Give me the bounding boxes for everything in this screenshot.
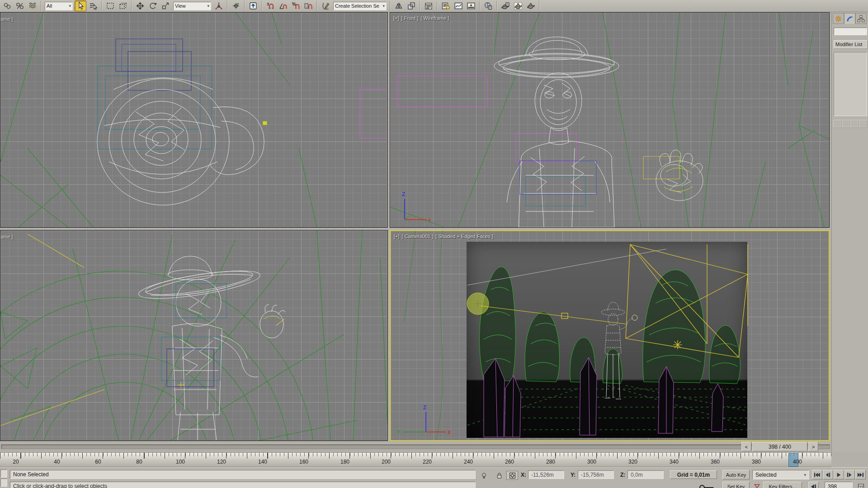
camera-axis-tripod: Z Y X [397, 404, 451, 435]
viewport-menu-plus[interactable]: [+] [394, 234, 400, 239]
reference-coordinate-system-dropdown[interactable]: View▾ [173, 2, 211, 10]
window-crossing-button[interactable] [117, 0, 129, 11]
percent-snap-toggle-button[interactable]: % [290, 0, 302, 11]
layers-icon [424, 1, 433, 10]
spinner-snap-toggle-button[interactable] [302, 0, 314, 11]
axis-y-label: Y [397, 429, 401, 435]
chevron-down-icon: ▾ [380, 4, 385, 8]
material-editor-button[interactable] [482, 0, 494, 11]
go-to-start-button[interactable] [812, 470, 822, 479]
object-name-field[interactable] [834, 28, 867, 35]
previous-frame-button[interactable] [823, 470, 833, 479]
isolate-selection-icon[interactable] [478, 471, 489, 480]
pivot-icon [214, 1, 223, 10]
move-icon [136, 1, 145, 10]
track-bar[interactable]: 2040608010012014016018020022024026028030… [0, 452, 831, 467]
set-key-filters-icon[interactable] [751, 482, 762, 488]
select-and-link-button[interactable] [1, 0, 13, 11]
time-slider-track[interactable] [1, 444, 830, 449]
front-axis-tripod: Z x [402, 191, 431, 222]
auto-key-button[interactable]: Auto Key [722, 470, 750, 479]
toolbar-separator [316, 1, 317, 11]
time-configuration-icon[interactable] [855, 482, 866, 488]
key-filters-button[interactable]: Key Filters... [763, 482, 802, 488]
play-animation-button[interactable] [834, 470, 844, 479]
set-keys-key-icon[interactable] [696, 481, 718, 488]
toggle-scene-explorer-button[interactable] [440, 0, 452, 11]
viewport-front[interactable]: [+][ Front ][ Wireframe ] [390, 12, 830, 228]
previous-key-button[interactable] [808, 482, 819, 488]
selection-filter-dropdown[interactable]: All▾ [45, 2, 73, 10]
current-frame-readout[interactable]: 398 / 400 [752, 442, 807, 451]
mirror-button[interactable] [393, 0, 405, 11]
use-pivot-point-center-button[interactable] [213, 0, 225, 11]
select-and-move-button[interactable] [134, 0, 146, 11]
render-production-button[interactable] [525, 0, 537, 11]
time-slider-handle[interactable]: < 398 / 400 > [741, 442, 818, 451]
next-frame-button[interactable] [844, 470, 855, 479]
select-by-name-button[interactable] [87, 0, 99, 11]
toolbar-separator [261, 1, 262, 11]
selection-lock-icon[interactable] [494, 471, 505, 480]
viewport-menu-name[interactable]: [ Camera001 ] [402, 234, 434, 239]
select-and-rotate-button[interactable] [147, 0, 159, 11]
select-and-manipulate-button[interactable] [230, 0, 242, 11]
angle-snap-toggle-button[interactable] [277, 0, 289, 11]
frame-tick-label: 80 [136, 459, 142, 465]
tab-hierarchy[interactable] [855, 13, 867, 24]
viewport-menu-shading[interactable]: [ Shaded + Edged Faces ] [435, 234, 493, 239]
viewport-left[interactable]: ame ] [0, 230, 388, 441]
keyboard-shortcut-override-button[interactable] [247, 0, 259, 11]
align-button[interactable] [406, 0, 417, 11]
maxscript-mini-listener-white[interactable] [0, 479, 7, 487]
pin-stack-button[interactable] [833, 120, 841, 127]
coord-y-field[interactable]: -15,756m [578, 470, 614, 479]
coord-x-field[interactable]: -11,526m [528, 470, 564, 479]
snaps-toggle-3d-button[interactable]: 3 [264, 0, 276, 11]
unlink-selection-button[interactable] [14, 0, 26, 11]
tab-create[interactable] [833, 13, 844, 24]
modifier-list-dropdown[interactable]: Modifier List [834, 40, 867, 48]
snap-spinner-icon [304, 1, 313, 10]
rectangular-selection-region-button[interactable] [104, 0, 116, 11]
make-unique-button[interactable] [850, 120, 858, 127]
time-config-dropdown[interactable]: Selected ▾ [752, 470, 809, 479]
viewport-label: [+][ Front ][ Wireframe ] [393, 15, 451, 21]
select-object-button[interactable] [75, 0, 86, 11]
toolbar-separator [41, 1, 42, 11]
viewport-menu-plus[interactable]: [+] [393, 15, 399, 21]
set-key-button[interactable]: Set Key [722, 482, 750, 488]
bind-to-space-warp-button[interactable] [27, 0, 38, 11]
rendered-frame-window-button[interactable] [512, 0, 524, 11]
viewport-menu-name[interactable]: [ Front ] [401, 15, 419, 21]
named-selection-sets-dropdown[interactable]: Create Selection Se▾ [333, 2, 387, 10]
chain-broken-icon [15, 1, 24, 10]
go-to-end-button[interactable] [855, 470, 866, 479]
tab-modify[interactable] [844, 13, 855, 24]
main-toolbar: All▾View▾3%ABCCreate Selection Se▾ [0, 0, 868, 12]
edit-named-selection-sets-button[interactable]: ABC [320, 0, 331, 11]
viewport-camera[interactable]: [+][ Camera001 ][ Shaded + Edged Faces ] [390, 230, 830, 441]
viewport-label-fragment[interactable]: ame ] [0, 234, 13, 239]
viewport-top[interactable]: ame ] [0, 12, 388, 228]
next-frame-arrow[interactable]: > [808, 442, 818, 451]
remove-modifier-button[interactable] [859, 120, 867, 127]
coord-z-label: Z: [620, 472, 625, 478]
maxscript-mini-listener-pink[interactable] [0, 469, 7, 478]
schematic-view-button[interactable] [465, 0, 477, 11]
previous-frame-arrow[interactable]: < [741, 442, 751, 451]
render-setup-button[interactable] [500, 0, 511, 11]
modifier-stack-buttons [833, 120, 867, 127]
current-frame-field[interactable]: 398 [825, 482, 853, 488]
show-end-result-button[interactable] [842, 120, 849, 127]
curve-editor-button[interactable] [453, 0, 464, 11]
select-and-scale-button[interactable] [160, 0, 171, 11]
viewport-label-fragment[interactable]: ame ] [0, 16, 13, 22]
frame-tick-label: 180 [340, 459, 349, 465]
coord-z-field[interactable]: 0,0m [627, 470, 664, 479]
viewport-menu-shading[interactable]: [ Wireframe ] [420, 15, 449, 21]
absolute-mode-toggle[interactable] [506, 471, 518, 480]
modifier-stack[interactable] [834, 52, 867, 116]
manage-layers-button[interactable] [423, 0, 434, 11]
front-view-wireframe-scene: Z x [390, 13, 829, 227]
